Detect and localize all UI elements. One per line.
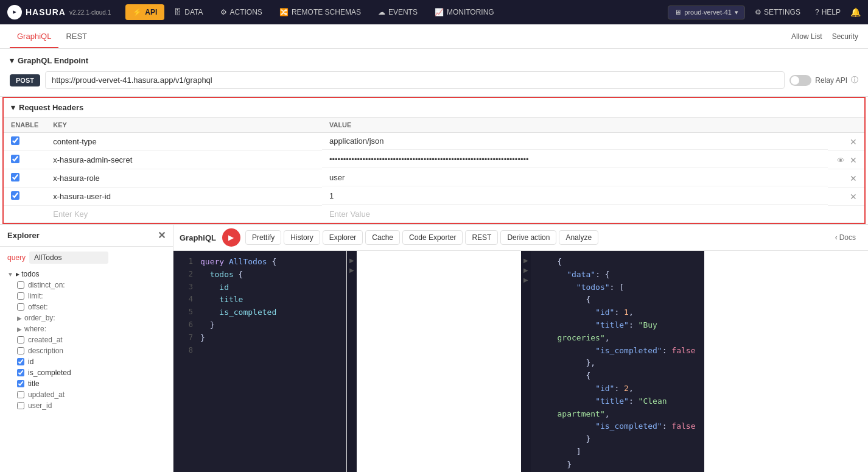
headers-section: ▾ Request Headers ENABLE KEY VALUE conte…: [2, 97, 866, 224]
header-key: x-hasura-user-id: [46, 188, 322, 206]
header-enable-checkbox[interactable]: [11, 191, 19, 200]
header-row: x-hasura-admin-secret•••••••••••••••••••…: [4, 151, 864, 169]
endpoint-title: GraphQL Endpoint: [18, 56, 88, 65]
result-line-4: {: [531, 294, 704, 306]
tree-is_completed[interactable]: is_completed: [17, 367, 166, 378]
result-line-5: "id": 1,: [531, 306, 704, 319]
result-gutter-arrow-2: ▶: [523, 266, 528, 275]
tree-limit[interactable]: limit:: [17, 291, 166, 301]
relay-toggle-container: Relay API ⓘ: [789, 75, 858, 86]
data-icon: 🗄: [174, 8, 181, 16]
security-link[interactable]: Security: [832, 32, 858, 41]
chevron-down-icon: ▾: [11, 103, 15, 112]
result-line-1: {: [531, 256, 704, 269]
query-name-input[interactable]: [29, 252, 108, 264]
actions-icon: ⚙: [220, 8, 227, 16]
endpoint-header[interactable]: ▾ GraphQL Endpoint: [10, 56, 858, 65]
tree-distinct_on[interactable]: distinct_on:: [17, 280, 166, 291]
pane-gutter: ▶ ▶: [347, 251, 357, 472]
result-line-6: "title": "Buy groceries",: [531, 319, 704, 345]
nav-remote-schemas[interactable]: 🔀 REMOTE SCHEMAS: [272, 4, 368, 20]
header-enable-checkbox[interactable]: [11, 155, 19, 163]
result-pane-wrapper: ▶ ▶ ▶ { "data": { "todos":: [521, 251, 869, 472]
nav-actions[interactable]: ⚙ ACTIONS: [213, 4, 270, 20]
history-button[interactable]: History: [284, 230, 320, 245]
query-line-1: 1 query AllTodos {: [173, 256, 346, 269]
query-line-4: 4 title: [173, 294, 346, 306]
eye-icon[interactable]: 👁: [837, 156, 845, 165]
result-gutter-arrow-3: ▶: [523, 275, 528, 285]
nav-events[interactable]: ☁ EVENTS: [371, 4, 425, 20]
post-badge: POST: [10, 74, 40, 86]
header-enable-checkbox[interactable]: [11, 136, 19, 145]
header-value: ••••••••••••••••••••••••••••••••••••••••…: [322, 151, 828, 168]
chevron-down-icon: ▾: [735, 9, 738, 16]
analyze-button[interactable]: Analyze: [559, 230, 598, 245]
header-enable-checkbox[interactable]: [11, 173, 19, 181]
endpoint-url-input[interactable]: [45, 71, 785, 89]
tree-user_id[interactable]: user_id: [17, 400, 166, 411]
header-delete-btn[interactable]: ✕: [850, 137, 857, 147]
notifications-btn[interactable]: 🔔: [850, 7, 861, 17]
header-delete-btn[interactable]: ✕: [850, 192, 857, 202]
nav-monitoring[interactable]: 📈 MONITORING: [427, 4, 502, 20]
result-line-10: "id": 2,: [531, 382, 704, 395]
header-delete-btn[interactable]: ✕: [850, 155, 857, 165]
rest-button[interactable]: REST: [465, 230, 498, 245]
headers-title[interactable]: ▾ Request Headers: [4, 98, 864, 117]
tree-offset[interactable]: offset:: [17, 301, 166, 312]
help-btn[interactable]: ? HELP: [810, 5, 845, 19]
relay-toggle-switch[interactable]: [789, 75, 811, 86]
explorer-header: Explorer ✕: [0, 225, 173, 247]
settings-icon: ⚙: [755, 8, 761, 16]
query-line-3: 3 id: [173, 281, 346, 294]
header-value-input[interactable]: [329, 210, 821, 219]
explorer-button[interactable]: Explorer: [323, 230, 363, 245]
result-line-13: }: [531, 433, 704, 446]
tree-created_at[interactable]: created_at: [17, 334, 166, 345]
chevron-down-icon: ▾: [10, 56, 14, 65]
tab-rest[interactable]: REST: [58, 26, 94, 48]
result-line-2: "data": {: [531, 269, 704, 281]
tree-order_by[interactable]: ▶ order_by:: [17, 312, 166, 323]
result-editor[interactable]: { "data": { "todos": [ {: [531, 251, 704, 472]
explorer-close-btn[interactable]: ✕: [158, 230, 166, 241]
info-icon[interactable]: ⓘ: [851, 75, 858, 85]
cache-button[interactable]: Cache: [365, 230, 400, 245]
settings-btn[interactable]: ⚙ SETTINGS: [750, 5, 805, 19]
query-editor[interactable]: 1 query AllTodos { 2 todos { 3 id 4 titl: [173, 251, 347, 472]
nav-data[interactable]: 🗄 DATA: [167, 4, 210, 20]
tree-title[interactable]: title: [17, 378, 166, 389]
result-gutter: ▶ ▶ ▶: [521, 251, 531, 472]
api-icon: ⚡: [133, 8, 142, 16]
tree-updated_at[interactable]: updated_at: [17, 389, 166, 400]
tree-id[interactable]: id: [17, 356, 166, 367]
graphiql-toolbar: GraphiQL ▶ Prettify History Explorer Cac…: [173, 225, 868, 251]
header-key-input[interactable]: [53, 210, 315, 219]
allow-list-link[interactable]: Allow List: [791, 32, 822, 41]
tab-graphiql[interactable]: GraphiQL: [10, 26, 58, 48]
header-row: x-hasura-roleuser✕: [4, 169, 864, 188]
col-enable: ENABLE: [4, 118, 46, 133]
code-exporter-button[interactable]: Code Exporter: [402, 230, 463, 245]
derive-action-button[interactable]: Derive action: [500, 230, 556, 245]
tree-where[interactable]: ▶ where:: [17, 323, 166, 334]
instance-icon: 🖥: [674, 9, 681, 16]
tree-args: distinct_on: limit: offset: ▶ order_by: …: [7, 280, 166, 411]
endpoint-section: ▾ GraphQL Endpoint POST Relay API ⓘ: [0, 49, 868, 97]
header-delete-btn[interactable]: ✕: [850, 174, 857, 183]
tree-description[interactable]: description: [17, 345, 166, 356]
result-line-12: "is_completed": false: [531, 420, 704, 433]
nav-api[interactable]: ⚡ API: [125, 4, 164, 20]
relay-label: Relay API: [815, 76, 847, 85]
prettify-button[interactable]: Prettify: [245, 230, 281, 245]
logo: HASURA v2.22.1-cloud.1: [7, 5, 118, 19]
query-line-8: 8: [173, 345, 346, 356]
docs-button[interactable]: ‹ Docs: [829, 231, 862, 244]
result-gutter-arrow-1: ▶: [523, 256, 528, 266]
run-button[interactable]: ▶: [222, 228, 240, 247]
tree-root-label: ▸ todos: [16, 270, 40, 278]
tree-root[interactable]: ▼ ▸ todos: [7, 269, 166, 280]
query-line-6: 6 }: [173, 319, 346, 332]
instance-selector[interactable]: 🖥 proud-vervet-41 ▾: [668, 5, 745, 19]
